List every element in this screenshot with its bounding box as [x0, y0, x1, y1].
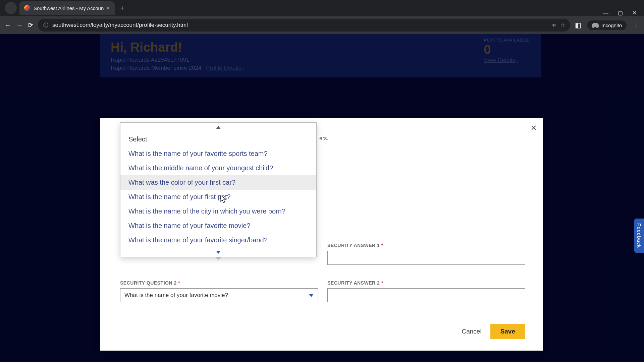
incognito-icon — [592, 23, 599, 27]
dropdown-option[interactable]: What was the color of your first car? — [120, 175, 316, 190]
modal-close-button[interactable]: × — [531, 122, 537, 133]
browser-toolbar: ← → ⟳ ⓘ southwest.com/loyalty/myaccount/… — [0, 16, 644, 34]
tab-title: Southwest Airlines - My Accoun — [34, 5, 104, 11]
label-text: SECURITY ANSWER 1 — [327, 243, 380, 248]
required-mark: * — [178, 280, 180, 286]
security-answer-1-input[interactable] — [327, 251, 525, 265]
back-button[interactable]: ← — [5, 21, 11, 29]
tab-search-button[interactable] — [5, 2, 17, 14]
dropdown-option[interactable]: What is the name of your favorite movie? — [120, 219, 316, 233]
close-window-icon[interactable]: ✕ — [632, 10, 637, 16]
security-question-2-select[interactable]: What is the name of your favorite movie? — [120, 288, 318, 302]
label-text: SECURITY QUESTION 2 — [120, 280, 177, 286]
bookmark-icon[interactable]: ☆ — [560, 22, 565, 28]
dropdown-scroll-up[interactable] — [120, 123, 316, 132]
dropdown-option[interactable]: What is the middle name of your youngest… — [120, 161, 316, 175]
hint-fragment: ers. — [319, 135, 328, 141]
minimize-icon[interactable]: — — [603, 10, 608, 16]
site-info-icon[interactable]: ⓘ — [43, 22, 48, 28]
side-panel-icon[interactable]: ◧ — [575, 21, 581, 29]
feedback-tab[interactable]: Feedback — [634, 219, 644, 253]
reload-button[interactable]: ⟳ — [28, 21, 33, 29]
chevron-down-icon — [216, 251, 221, 254]
address-bar[interactable]: ⓘ southwest.com/loyalty/myaccount/profil… — [38, 19, 570, 32]
dropdown-option[interactable]: What is the name of your favorite sports… — [120, 146, 316, 161]
incognito-label: Incognito — [601, 22, 622, 28]
forward-button: → — [16, 21, 23, 29]
incognito-badge[interactable]: Incognito — [587, 20, 627, 30]
browser-tab-strip: Southwest Airlines - My Accoun × + — ▢ ✕ — [0, 0, 644, 16]
security-question-dropdown: Select What is the name of your favorite… — [120, 122, 317, 257]
dropdown-option[interactable]: What is the name of your first pet? — [120, 190, 316, 204]
eye-off-icon[interactable]: 👁 — [551, 22, 556, 28]
close-icon[interactable]: × — [106, 5, 110, 12]
select-value: What is the name of your favorite movie? — [124, 292, 228, 299]
dropdown-option[interactable]: What is the name of the city in which yo… — [120, 204, 316, 219]
chevron-up-icon — [216, 126, 221, 129]
dropdown-option[interactable]: What is the name of your favorite singer… — [120, 233, 316, 247]
new-tab-button[interactable]: + — [120, 4, 124, 12]
maximize-icon[interactable]: ▢ — [618, 10, 623, 16]
required-mark: * — [381, 280, 383, 286]
tab-favicon — [24, 5, 30, 11]
security-answer-1-label: SECURITY ANSWER 1 * — [327, 243, 525, 248]
security-answer-2-input[interactable] — [327, 288, 525, 302]
label-text: SECURITY ANSWER 2 — [327, 280, 380, 286]
required-mark: * — [381, 243, 383, 248]
kebab-menu-icon[interactable]: ⋮ — [633, 21, 639, 29]
browser-tab[interactable]: Southwest Airlines - My Accoun × — [19, 1, 115, 15]
cancel-button[interactable]: Cancel — [462, 328, 481, 335]
security-question-2-label: SECURITY QUESTION 2 * — [120, 280, 318, 286]
page-viewport: Hi, Richard! Rapid Rewards #22945177091 … — [0, 34, 644, 362]
dropdown-pointer — [215, 257, 222, 260]
window-controls: — ▢ ✕ — [596, 10, 644, 16]
dropdown-option-placeholder[interactable]: Select — [120, 132, 316, 146]
url-text: southwest.com/loyalty/myaccount/profile-… — [52, 22, 547, 28]
save-button[interactable]: Save — [490, 324, 525, 339]
dropdown-scroll-down[interactable] — [120, 247, 316, 257]
chevron-down-icon — [309, 292, 314, 299]
security-answer-2-label: SECURITY ANSWER 2 * — [327, 280, 525, 286]
